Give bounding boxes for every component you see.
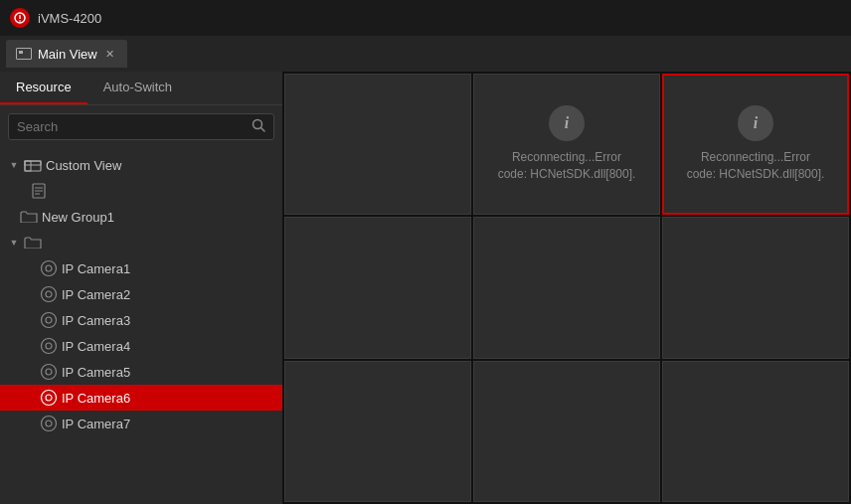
folder-icon	[20, 211, 38, 223]
svg-point-23	[46, 395, 52, 401]
root-folder-icon	[24, 237, 42, 249]
new-group1-label: New Group1	[42, 210, 114, 225]
search-container	[8, 113, 274, 140]
svg-point-15	[46, 291, 52, 297]
camera-tree-item-4[interactable]: IP Camera4	[0, 333, 282, 359]
main-content: Resource Auto-Switch ▼	[0, 72, 851, 504]
camera-label: IP Camera1	[62, 261, 130, 276]
camera-cell-2[interactable]: i Reconnecting...Errorcode: HCNetSDK.dll…	[473, 74, 660, 215]
svg-point-17	[46, 317, 52, 323]
svg-point-12	[42, 261, 57, 276]
svg-rect-7	[25, 161, 41, 165]
camera-tree-item-5[interactable]: IP Camera5	[0, 359, 282, 385]
search-input[interactable]	[17, 119, 246, 134]
camera-label: IP Camera7	[62, 417, 130, 431]
svg-point-19	[46, 343, 52, 349]
main-view-tab-label: Main View	[38, 47, 97, 62]
camera-tree-item-6[interactable]: IP Camera6	[0, 385, 282, 411]
camera-grid: i Reconnecting...Errorcode: HCNetSDK.dll…	[282, 72, 851, 504]
custom-view-label: Custom View	[46, 158, 121, 173]
app-icon	[10, 8, 30, 28]
camera-label: IP Camera3	[62, 313, 130, 328]
svg-point-16	[42, 313, 57, 328]
search-icon	[252, 118, 265, 135]
camera-label: IP Camera6	[62, 391, 130, 406]
camera-cell-8[interactable]	[473, 361, 660, 502]
error-text: Reconnecting...Errorcode: HCNetSDK.dll[8…	[687, 149, 825, 183]
camera-icon	[40, 415, 58, 432]
camera-cell-5[interactable]	[473, 217, 660, 358]
camera-cell-6[interactable]	[662, 217, 849, 358]
svg-point-14	[42, 287, 57, 302]
search-bar	[0, 105, 282, 148]
svg-point-25	[46, 420, 52, 426]
svg-point-22	[42, 391, 57, 406]
sidebar-tab-resource[interactable]: Resource	[0, 72, 87, 104]
camera-cell-4[interactable]	[284, 217, 471, 358]
tree-new-group1[interactable]: New Group1	[0, 204, 282, 230]
camera-cell-7[interactable]	[284, 361, 471, 502]
camera-tree-item-7[interactable]: IP Camera7	[0, 411, 282, 436]
camera-tree-item-1[interactable]: IP Camera1	[0, 255, 282, 281]
chevron-right-icon: ▼	[8, 237, 20, 249]
camera-icon	[40, 337, 58, 355]
tree-file-item[interactable]	[0, 178, 282, 204]
custom-view-icon	[24, 158, 42, 172]
tree-root-folder[interactable]: ▼	[0, 230, 282, 255]
camera-cell-1[interactable]	[284, 74, 471, 215]
svg-point-20	[42, 365, 57, 380]
svg-point-2	[19, 20, 21, 22]
error-text: Reconnecting...Errorcode: HCNetSDK.dll[8…	[498, 149, 636, 183]
sidebar-tab-auto-switch[interactable]: Auto-Switch	[87, 72, 188, 104]
tree: ▼ Custom View	[0, 148, 282, 504]
camera-tree-item-3[interactable]: IP Camera3	[0, 307, 282, 333]
camera-icon	[40, 363, 58, 381]
svg-point-24	[42, 417, 57, 431]
tab-icon	[16, 48, 32, 60]
tab-bar: Main View ✕	[0, 36, 851, 72]
chevron-down-icon: ▼	[8, 159, 20, 171]
svg-point-18	[42, 339, 57, 354]
svg-point-21	[46, 369, 52, 375]
camera-tree-item-2[interactable]: IP Camera2	[0, 281, 282, 307]
sidebar: Resource Auto-Switch ▼	[0, 72, 282, 504]
info-icon: i	[549, 105, 585, 141]
sidebar-tabs: Resource Auto-Switch	[0, 72, 282, 105]
camera-cell-9[interactable]	[662, 361, 849, 502]
tree-custom-view[interactable]: ▼ Custom View	[0, 152, 282, 178]
camera-icon	[40, 311, 58, 329]
file-icon	[32, 183, 46, 199]
svg-rect-5	[25, 161, 41, 171]
tab-close-button[interactable]: ✕	[103, 47, 117, 61]
camera-label: IP Camera2	[62, 287, 130, 302]
camera-icon	[40, 285, 58, 303]
svg-point-13	[46, 265, 52, 271]
main-view-tab[interactable]: Main View ✕	[6, 40, 127, 68]
camera-cell-3[interactable]: i Reconnecting...Errorcode: HCNetSDK.dll…	[662, 74, 849, 215]
camera-label: IP Camera4	[62, 339, 130, 354]
title-bar: iVMS-4200	[0, 0, 851, 36]
camera-icon	[40, 389, 58, 407]
camera-icon	[40, 259, 58, 277]
svg-line-4	[261, 128, 265, 132]
info-icon: i	[738, 105, 773, 141]
svg-rect-6	[25, 161, 31, 171]
camera-list: IP Camera1 IP Camera2 IP Camera3 IP Came…	[0, 255, 282, 436]
app-title: iVMS-4200	[38, 11, 101, 26]
camera-label: IP Camera5	[62, 365, 130, 380]
